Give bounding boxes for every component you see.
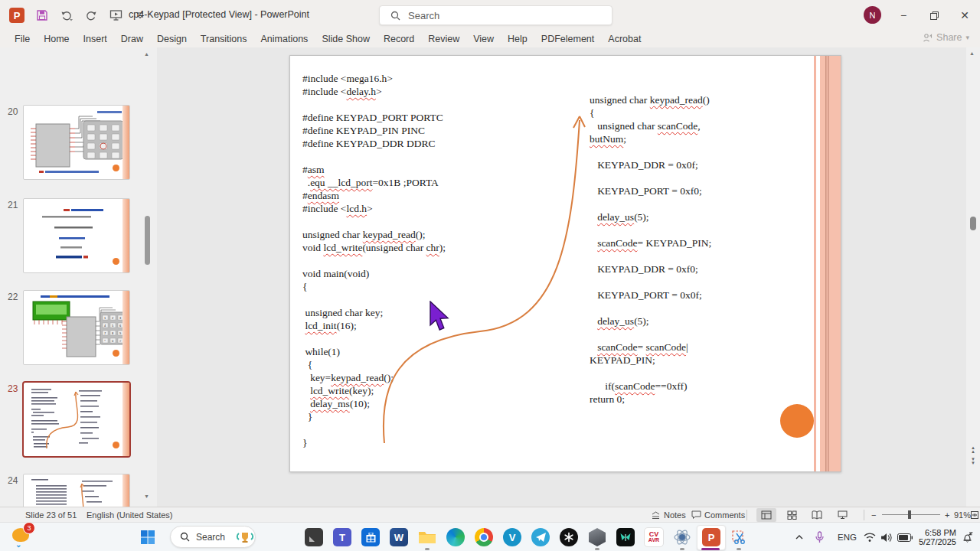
notebook-app-icon[interactable] (303, 527, 325, 548)
account-avatar[interactable]: N (864, 6, 881, 24)
taskbar-search-box[interactable]: Search (170, 526, 256, 548)
scroll-up-icon[interactable]: ▲ (969, 51, 975, 57)
share-button[interactable]: Share ▾ (923, 32, 969, 43)
notification-widget[interactable]: 3 ⌄ (12, 526, 35, 549)
focus-assist-bell-icon[interactable] (962, 523, 973, 551)
start-slideshow-icon[interactable] (109, 8, 122, 22)
microphone-icon[interactable] (815, 523, 825, 551)
previous-slide-button[interactable]: ▲▲ (968, 446, 978, 454)
edge-icon[interactable] (445, 527, 466, 548)
share-icon (923, 33, 933, 43)
reading-view-button[interactable] (807, 508, 827, 522)
menu-item-draw[interactable]: Draw (114, 31, 150, 47)
clock-date[interactable]: 6:58 PM 5/27/2025 (919, 523, 956, 551)
slide-indicator[interactable]: Slide 23 of 51 (25, 507, 77, 523)
save-icon[interactable] (35, 8, 49, 22)
normal-view-button[interactable] (756, 508, 776, 522)
wifi-icon[interactable] (864, 523, 876, 551)
snipping-tool-icon[interactable] (728, 527, 750, 548)
comments-icon (691, 510, 701, 520)
share-label: Share (936, 32, 962, 43)
menu-item-transitions[interactable]: Transitions (194, 31, 254, 47)
hexagon-app-icon[interactable] (586, 527, 608, 548)
menu-item-view[interactable]: View (466, 31, 501, 47)
scrollbar-thumb[interactable] (145, 216, 150, 265)
language-status[interactable]: English (United States) (87, 507, 173, 523)
active-app-indicator (701, 548, 720, 550)
fit-to-window-button[interactable] (969, 508, 980, 522)
restore-button[interactable] (917, 0, 951, 31)
microsoft-store-icon[interactable] (360, 527, 381, 548)
thumbnail-slide-22[interactable]: 123456789*0# (23, 290, 130, 365)
zoom-in-button[interactable]: + (945, 507, 949, 523)
ribbon-search-box[interactable]: Search (379, 5, 612, 25)
taskbar: 3 ⌄ Search T W (0, 522, 980, 551)
zoom-slider-track[interactable] (882, 514, 940, 515)
moth-app-icon[interactable] (615, 527, 636, 548)
word-icon[interactable]: W (388, 527, 410, 548)
powerpoint-taskbar-active[interactable]: P (697, 525, 726, 550)
slide-23[interactable]: #include <mega16.h>#include <delay.h> #d… (289, 55, 841, 472)
undo-icon[interactable] (60, 8, 74, 22)
slide-number-selected: 23 (8, 383, 18, 394)
menu-item-animations[interactable]: Animations (254, 31, 315, 47)
thumbnail-orange-dot (113, 442, 119, 448)
file-explorer-icon[interactable] (416, 527, 438, 548)
tray-date: 5/27/2025 (919, 537, 956, 547)
thumbnail-slide-20[interactable]: 123456789*0# (23, 105, 130, 180)
scroll-down-icon[interactable]: ▼ (144, 494, 149, 500)
vertical-scrollbar[interactable]: ▲ ▲▲ ▼▼ (966, 47, 980, 507)
proteus-atom-icon[interactable] (671, 527, 693, 548)
menu-item-record[interactable]: Record (377, 31, 421, 47)
menu-item-insert[interactable]: Insert (77, 31, 114, 47)
slide-sorter-view-button[interactable] (782, 508, 802, 522)
menu-item-home[interactable]: Home (37, 31, 76, 47)
running-indicator (680, 548, 684, 550)
powerpoint-window: P cp4-Keypad [Protected View] - PowerPoi… (0, 0, 980, 551)
codevision-avr-icon[interactable]: CV AVR (643, 527, 665, 548)
thumbnail-slide-23-selected[interactable] (22, 381, 131, 458)
tray-expand-chevron[interactable] (795, 523, 804, 551)
scroll-up-icon[interactable]: ▲ (144, 51, 149, 57)
slide-canvas: #include <mega16.h>#include <delay.h> #d… (157, 47, 966, 507)
language-indicator[interactable]: ENG (838, 523, 857, 551)
menu-item-acrobat[interactable]: Acrobat (601, 31, 648, 47)
redo-icon[interactable] (84, 8, 98, 22)
menu-item-file[interactable]: File (8, 31, 37, 47)
scrollbar-thumb[interactable] (970, 217, 976, 230)
minimize-button[interactable]: − (887, 0, 920, 31)
thumbnail-slide-21[interactable] (23, 198, 130, 273)
slide-thumbnail-panel: 20 123456789*0# (0, 47, 157, 507)
slide-number: 22 (8, 292, 18, 302)
powerpoint-app-icon[interactable]: P (9, 8, 24, 23)
menu-item-review[interactable]: Review (421, 31, 466, 47)
menu-item-pdfelement[interactable]: PDFelement (534, 31, 601, 47)
search-placeholder: Search (196, 532, 225, 543)
next-slide-button[interactable]: ▼▼ (968, 458, 978, 465)
menu-item-help[interactable]: Help (501, 31, 534, 47)
thumbnail-orange-dot (113, 350, 119, 357)
thumbnail-accent-band (122, 383, 129, 456)
v-app-icon[interactable]: V (501, 527, 523, 548)
zoom-slider-thumb[interactable] (908, 510, 911, 519)
battery-icon[interactable] (897, 523, 913, 551)
teams-icon[interactable]: T (332, 527, 353, 548)
slideshow-view-button[interactable] (832, 508, 852, 522)
telegram-icon[interactable] (530, 527, 551, 548)
start-button[interactable] (137, 527, 158, 548)
notes-button[interactable]: Notes (651, 507, 686, 523)
search-icon (180, 532, 190, 542)
zoom-level[interactable]: 91% (954, 507, 971, 523)
menu-bar: FileHomeInsertDrawDesignTransitionsAnima… (0, 31, 980, 48)
zoom-out-button[interactable]: − (871, 507, 876, 523)
close-button[interactable]: ✕ (948, 0, 980, 31)
chrome-icon[interactable] (473, 527, 495, 548)
speaker-icon[interactable] (880, 523, 892, 551)
menu-item-design[interactable]: Design (150, 31, 194, 47)
chevron-down-icon: ▾ (965, 34, 969, 41)
menu-item-slide-show[interactable]: Slide Show (315, 31, 377, 47)
comments-button[interactable]: Comments (691, 507, 745, 523)
search-icon (390, 11, 400, 21)
thumbnail-panel-scrollbar[interactable]: ▲ ▼ (142, 47, 153, 507)
chatgpt-icon[interactable] (558, 527, 580, 548)
